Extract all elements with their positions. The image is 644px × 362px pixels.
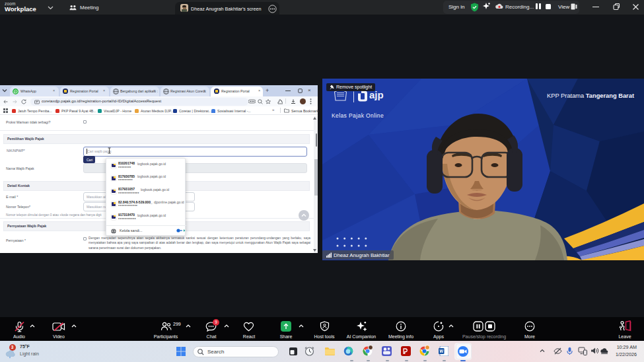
svg-text:ajp: ajp xyxy=(369,89,384,100)
